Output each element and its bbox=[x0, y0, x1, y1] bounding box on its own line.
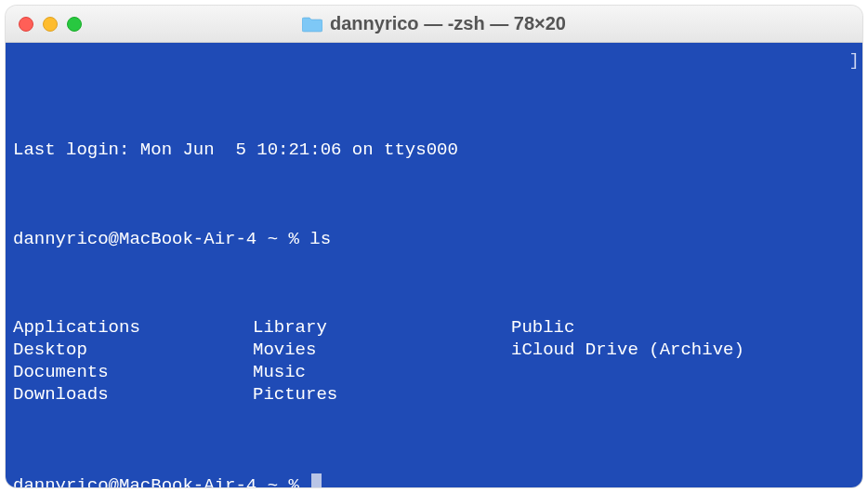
list-item: iCloud Drive (Archive) bbox=[511, 340, 859, 362]
list-item: Desktop bbox=[13, 340, 253, 362]
list-item: Movies bbox=[253, 340, 511, 362]
folder-icon bbox=[302, 16, 322, 33]
list-item: Applications bbox=[13, 317, 253, 340]
zoom-icon[interactable] bbox=[67, 17, 82, 32]
cursor-icon bbox=[311, 473, 322, 487]
prompt-user: dannyrico@MacBook-Air-4 ~ % bbox=[13, 475, 309, 487]
scrollbar-hint: ] bbox=[849, 50, 860, 73]
prompt-user: dannyrico@MacBook-Air-4 ~ % bbox=[13, 229, 309, 249]
window-title-wrap: dannyrico — -zsh — 78×20 bbox=[6, 13, 862, 34]
terminal-viewport[interactable]: ] Last login: Mon Jun 5 10:21:06 on ttys… bbox=[6, 43, 862, 487]
ls-output: Applications Library Public Desktop Movi… bbox=[13, 317, 859, 406]
close-icon[interactable] bbox=[19, 17, 33, 32]
last-login-line: Last login: Mon Jun 5 10:21:06 on ttys00… bbox=[13, 140, 859, 162]
list-item: Public bbox=[511, 317, 859, 340]
window-title: dannyrico — -zsh — 78×20 bbox=[330, 13, 566, 34]
prompt-command: ls bbox=[309, 229, 331, 249]
list-item: Downloads bbox=[13, 384, 253, 406]
list-item: Pictures bbox=[253, 384, 511, 406]
prompt-line-1: dannyrico@MacBook-Air-4 ~ % ls bbox=[13, 229, 859, 251]
list-item bbox=[511, 384, 859, 406]
titlebar[interactable]: dannyrico — -zsh — 78×20 bbox=[6, 6, 862, 43]
list-item bbox=[511, 362, 859, 384]
minimize-icon[interactable] bbox=[43, 17, 58, 32]
list-item: Music bbox=[253, 362, 511, 384]
prompt-line-2: dannyrico@MacBook-Air-4 ~ % bbox=[13, 473, 859, 487]
list-item: Documents bbox=[13, 362, 253, 384]
terminal-window: dannyrico — -zsh — 78×20 ] Last login: M… bbox=[6, 6, 862, 487]
list-item: Library bbox=[253, 317, 511, 340]
window-controls bbox=[19, 17, 82, 32]
